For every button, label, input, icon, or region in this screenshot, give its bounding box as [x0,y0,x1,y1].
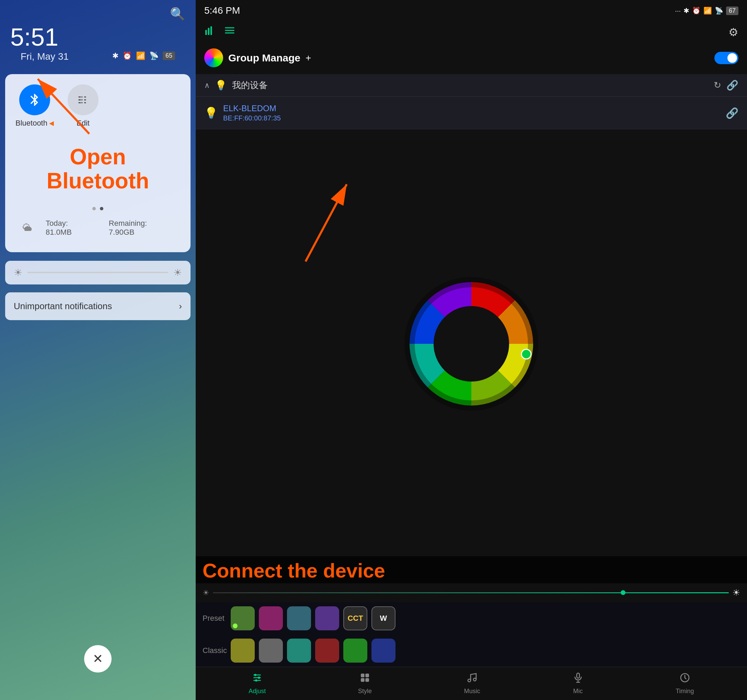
page-dots [15,207,180,210]
svg-rect-21 [361,678,364,682]
alarm-right-icon: ⏰ [692,6,701,15]
preset-label: Preset [203,614,227,623]
brightness-slider[interactable] [27,272,168,273]
left-panel: 🔍 5:51 Fri, May 31 ✱ ⏰ 📶 📡 65 [0,0,196,700]
equalizer-icon[interactable] [204,25,216,40]
group-toggle[interactable] [714,52,738,64]
svg-point-18 [255,679,257,682]
brightness-row[interactable]: ☀ ☀ [5,261,191,284]
classic-swatch-1[interactable] [231,638,255,662]
svg-rect-6 [225,30,234,31]
svg-rect-7 [225,33,234,34]
list-icon[interactable] [224,25,236,40]
search-icon[interactable]: 🔍 [170,7,185,21]
bluetooth-right-icon: ✱ [683,6,690,15]
preset-swatch-4[interactable] [315,606,339,631]
notifications-row[interactable]: Unimportant notifications › [5,292,191,320]
right-panel: 5:46 PM ··· ✱ ⏰ 📶 📡 67 [196,0,747,700]
edit-item[interactable]: Edit [68,84,98,128]
dot-2 [100,207,103,210]
bluetooth-toggle-item[interactable]: Bluetooth ◀ [15,84,54,128]
svg-rect-19 [361,674,364,677]
connect-device-text: Connect the device [203,560,740,582]
classic-swatch-4[interactable] [315,638,339,662]
bottom-nav: Adjust Style Music [196,667,747,700]
svg-point-10 [522,349,531,359]
nav-timing[interactable]: Timing [676,672,694,695]
edit-icon-circle[interactable] [68,84,98,115]
notif-text: Unimportant notifications [14,301,112,312]
timing-icon [679,672,690,686]
device-bulb-icon: 💡 [204,106,218,119]
adjust-icon [252,672,263,686]
brightness-bottom-slider[interactable] [213,592,729,593]
svg-rect-22 [365,678,369,682]
signal-icon: 📶 [136,51,145,60]
device-section: ∧ 💡 我的设备 ↻ 🔗 💡 ELK-BLEDOM BE:FF:60:00:87… [196,74,747,129]
cloud-icon: 🌥 [22,222,32,233]
connect-link-icon[interactable]: 🔗 [726,107,738,119]
dots-icon: ··· [675,7,681,15]
header-left-icons [204,25,236,40]
add-group-button[interactable]: + [305,53,311,63]
style-icon [360,672,370,686]
nav-adjust[interactable]: Adjust [248,672,266,695]
mic-icon [573,672,584,686]
brightness-bottom[interactable]: ☀ ☀ [196,583,747,602]
w-label: W [380,614,387,623]
dot-1 [92,207,96,210]
bluetooth-status-icon: ✱ [112,51,118,60]
color-wheel-area [196,131,747,556]
music-label: Music [464,688,480,695]
music-icon [467,672,478,686]
device-header: ∧ 💡 我的设备 ↻ 🔗 [196,74,747,97]
wifi-right-icon: 📡 [715,6,723,15]
right-status-icons: ··· ✱ ⏰ 📶 📡 67 [675,6,738,15]
preset-swatch-1[interactable] [231,606,255,631]
brightness-sun-left: ☀ [203,588,209,597]
svg-rect-25 [577,673,579,678]
wifi-icon: 📡 [149,51,159,60]
svg-rect-20 [365,674,369,677]
classic-swatch-6[interactable] [372,638,395,662]
device-info: ELK-BLEDOM BE:FF:60:00:87:35 [223,104,721,122]
classic-swatch-2[interactable] [259,638,283,662]
nav-music[interactable]: Music [464,672,480,695]
settings-icon[interactable]: ⚙ [729,26,738,39]
battery-right: 67 [726,6,738,15]
bluetooth-icon-circle[interactable] [19,84,50,115]
color-wheel[interactable] [392,265,550,423]
bulb-icon: 💡 [215,80,227,91]
svg-rect-5 [225,27,234,29]
data-remaining: Remaining: 7.90GB [109,219,173,237]
svg-rect-2 [205,30,207,35]
classic-swatch-5[interactable] [343,638,367,662]
svg-rect-3 [208,28,210,35]
preset-swatch-2[interactable] [259,606,283,631]
cct-label: CCT [348,614,363,623]
close-button[interactable]: ✕ [84,645,112,673]
group-manage-title: Group Manage [228,52,300,64]
nav-mic[interactable]: Mic [573,672,584,695]
data-today: Today: 81.0MB [46,219,95,237]
refresh-icon[interactable]: ↻ [714,80,721,91]
right-header: ⚙ [196,21,747,43]
preset-cct[interactable]: CCT [343,606,367,631]
quick-settings-icons: Bluetooth ◀ Edit [15,84,180,128]
preset-row: Preset CCT W [196,602,747,634]
classic-swatch-3[interactable] [287,638,311,662]
nav-style[interactable]: Style [358,672,372,695]
device-name: ELK-BLEDOM [223,104,721,113]
linked-indicator: 🔗 [726,80,738,91]
collapse-icon[interactable]: ∧ [204,81,210,90]
device-row[interactable]: 💡 ELK-BLEDOM BE:FF:60:00:87:35 🔗 [196,97,747,129]
classic-label: Classic [203,646,227,655]
svg-point-24 [473,678,476,681]
preset-swatch-3[interactable] [287,606,311,631]
group-manage-left: Group Manage + [204,48,311,67]
preset-w[interactable]: W [372,606,395,631]
device-section-title: 我的设备 [232,79,709,91]
timing-label: Timing [676,688,694,695]
group-manage-row: Group Manage + [196,43,747,72]
device-mac: BE:FF:60:00:87:35 [223,114,721,122]
